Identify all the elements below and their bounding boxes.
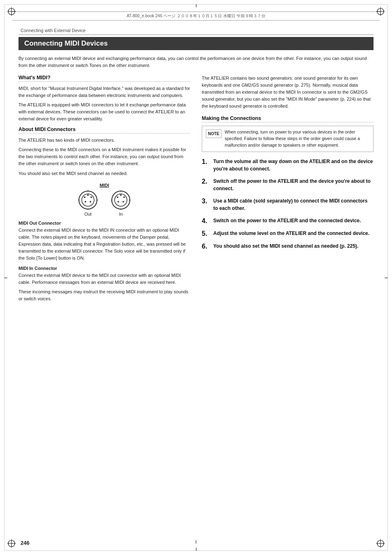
step-4: 4. Switch on the power to the ATELIER an… (202, 217, 374, 225)
section-label: Connecting with External Device (21, 28, 85, 33)
whats-midi-divider (18, 81, 190, 82)
step-3-text: Use a MIDI cable (sold separately) to co… (213, 197, 374, 212)
midi-connectors: Out (18, 189, 190, 216)
right-column: The ATELIER contains two sound generator… (202, 75, 374, 305)
step-6: 6. You should also set the MIDI send cha… (202, 242, 374, 250)
note-box: NOTE When connecting, turn on power to y… (202, 126, 374, 152)
midi-in-text1: Connect the external MIDI device to the … (18, 272, 190, 286)
svg-point-15 (84, 196, 85, 198)
step-6-number: 6. (202, 242, 209, 250)
tick-top (196, 4, 196, 7)
step-4-number: 4. (202, 217, 209, 225)
step-3: 3. Use a MIDI cable (sold separately) to… (202, 197, 374, 212)
svg-point-17 (85, 201, 86, 203)
svg-point-29 (122, 201, 124, 203)
svg-point-27 (123, 196, 125, 198)
step-5-number: 5. (202, 230, 209, 237)
note-text: When connecting, turn on power to your v… (225, 129, 369, 148)
midi-diagram: MIDI (18, 183, 190, 216)
svg-point-18 (90, 201, 91, 203)
reg-mark-tr (375, 6, 386, 17)
content-area: Connecting MIDI Devices By connecting an… (18, 37, 374, 530)
reg-mark-br (375, 538, 386, 549)
two-col-layout: What's MIDI? MIDI, short for "Musical In… (18, 75, 374, 305)
step-6-text: You should also set the MIDI send channe… (213, 242, 358, 250)
bottom-ticks (196, 540, 196, 543)
reg-mark-tl (6, 6, 17, 17)
page-title: Connecting MIDI Devices (18, 37, 374, 50)
svg-point-21 (78, 199, 80, 200)
midi-in-label: In (119, 212, 122, 216)
svg-point-20 (88, 208, 89, 210)
midi-out-label: Out (84, 212, 92, 216)
tick-right (385, 278, 388, 278)
svg-point-33 (129, 199, 131, 200)
about-connectors-heading: About MIDI Connectors (18, 127, 190, 132)
svg-point-30 (120, 190, 122, 191)
left-column: What's MIDI? MIDI, short for "Musical In… (18, 75, 190, 305)
tick-bottom (196, 548, 196, 551)
midi-in-text2: These incoming messages may instruct the… (18, 288, 190, 302)
midi-in-subheading: MIDI In Connector (18, 266, 190, 271)
atelier-intro: The ATELIER contains two sound generator… (202, 75, 374, 110)
note-label: NOTE (206, 129, 221, 138)
whats-midi-para2: The ATELIER is equipped with MIDI connec… (18, 101, 190, 122)
svg-point-19 (88, 190, 89, 191)
midi-diagram-label: MIDI (18, 183, 190, 188)
midi-in-connector-svg (110, 189, 131, 211)
steps-list: 1. Turn the volume all the way down on t… (202, 158, 374, 251)
step-5-text: Adjust the volume level on the ATELIER a… (213, 230, 369, 237)
midi-out-group: Out (77, 189, 99, 216)
step-2-number: 2. (202, 177, 209, 185)
step-1-text: Turn the volume all the way down on the … (213, 158, 374, 173)
step-5: 5. Adjust the volume level on the ATELIE… (202, 230, 374, 237)
header-bar: AT-800_e.book 246 ページ ２００８年１０月１５日 水曜日 午前… (12, 12, 380, 21)
step-1: 1. Turn the volume all the way down on t… (202, 158, 374, 173)
svg-point-28 (118, 201, 119, 203)
reg-mark-bl (6, 538, 17, 549)
tick-left (4, 278, 7, 278)
step-1-number: 1. (202, 158, 209, 166)
making-connections-divider (202, 122, 374, 122)
making-connections-heading: Making the Connections (202, 115, 374, 121)
svg-point-31 (120, 208, 122, 210)
svg-point-26 (117, 196, 118, 198)
about-connectors-para1: Connecting these to the MIDI connectors … (18, 146, 190, 167)
about-connectors-divider (18, 133, 190, 134)
midi-out-connector-svg (77, 189, 99, 211)
whats-midi-para1: MIDI, short for "Musical Instrument Digi… (18, 85, 190, 99)
page-number: 246 (21, 540, 30, 546)
svg-point-25 (120, 194, 122, 196)
about-connectors-para2: You should also set the MIDI send channe… (18, 170, 190, 177)
svg-point-16 (90, 196, 92, 198)
step-4-text: Switch on the power to the ATELIER and t… (213, 217, 361, 224)
midi-out-subheading: MIDI Out Connector (18, 221, 190, 226)
svg-point-14 (87, 194, 89, 196)
header-text: AT-800_e.book 246 ページ ２００８年１０月１５日 水曜日 午前… (127, 13, 265, 19)
about-connectors-intro: The ATELIER has two kinds of MIDI connec… (18, 137, 190, 144)
section-divider (18, 35, 374, 35)
midi-in-group: In (110, 189, 131, 216)
whats-midi-heading: What's MIDI? (18, 75, 190, 81)
svg-point-22 (97, 199, 98, 200)
step-2: 2. Switch off the power to the ATELIER a… (202, 177, 374, 192)
intro-text: By connecting an external MIDI device an… (18, 55, 374, 69)
svg-point-32 (111, 199, 113, 200)
step-2-text: Switch off the power to the ATELIER and … (213, 177, 374, 192)
midi-out-text: Connect the external MIDI device to the … (18, 227, 190, 262)
step-3-number: 3. (202, 197, 209, 205)
